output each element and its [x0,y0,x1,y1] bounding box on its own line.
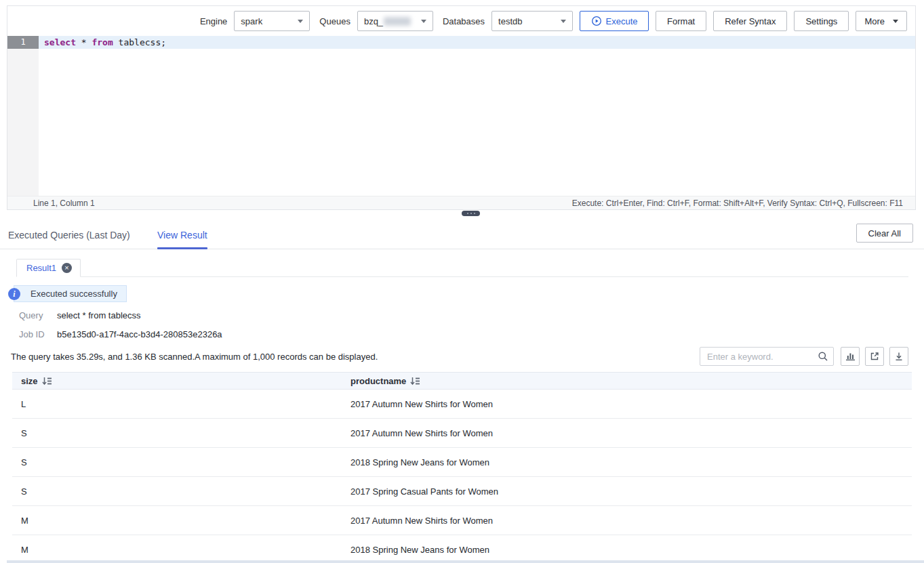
close-icon[interactable]: × [62,263,72,273]
line-number: 1 [7,36,39,49]
job-id-row: Job ID b5e135d0-a17f-4acc-b3d4-280853e23… [0,329,924,340]
results-tabbar: Executed Queries (Last Day) View Result … [0,224,924,249]
chart-view-button[interactable] [841,347,860,366]
sort-icon[interactable] [42,377,52,385]
job-id-value: b5e135d0-a17f-4acc-b3d4-280853e2326a [57,329,222,339]
result-table: size productname [12,372,912,563]
keyword-search [700,347,834,366]
databases-label: Databases [443,16,485,26]
more-button[interactable]: More [856,11,907,31]
status-text: Executed successfully [31,289,117,299]
job-id-label: Job ID [19,329,45,339]
queues-select[interactable]: bzq_ [357,11,433,31]
open-in-new-icon [869,351,880,362]
column-header-productname: productname [342,376,912,386]
chevron-down-icon [298,20,303,23]
result1-tab-label: Result1 [26,263,56,273]
query-value: select * from tablecss [57,310,141,320]
chevron-down-icon [893,20,898,23]
chevron-down-icon [561,20,566,23]
databases-select[interactable]: testdb [491,11,573,31]
code-area[interactable]: select * from tablecss; [39,36,915,196]
sort-icon[interactable] [410,377,420,385]
format-button[interactable]: Format [656,11,706,31]
code-line-1[interactable]: select * from tablecss; [39,36,915,49]
settings-button[interactable]: Settings [794,11,849,31]
table-row: M 2018 Spring New Jeans for Women [12,535,912,563]
sql-editor-page: Engine spark Queues bzq_ Databases testd… [0,0,924,563]
search-input[interactable] [700,347,834,366]
execute-button[interactable]: Execute [580,11,649,31]
code-editor[interactable]: 1 select * from tablecss; [7,36,915,196]
redacted-text [384,17,411,26]
query-label: Query [19,310,43,320]
table-row: S 2018 Spring New Jeans for Women [12,448,912,477]
table-row: S 2017 Autumn New Shirts for Women [12,419,912,448]
result1-tab[interactable]: Result1 × [16,259,81,277]
status-badge: i Executed successfully [14,285,127,302]
engine-label: Engine [200,16,227,26]
queues-label: Queues [319,16,350,26]
databases-value: testdb [498,16,522,26]
cursor-position: Line 1, Column 1 [33,199,95,208]
horizontal-scrollbar[interactable] [7,560,924,563]
tab-executed-queries[interactable]: Executed Queries (Last Day) [8,224,130,249]
editor-toolbar: Engine spark Queues bzq_ Databases testd… [7,6,915,36]
query-row: Query select * from tablecss [0,310,924,321]
download-icon [893,351,904,362]
editor-panel: Engine spark Queues bzq_ Databases testd… [7,5,916,210]
editor-statusbar: Line 1, Column 1 Execute: Ctrl+Enter, Fi… [7,196,915,209]
search-icon[interactable] [818,351,828,362]
result-subtabs: Result1 × [16,258,908,277]
table-row: L 2017 Autumn New Shirts for Women [12,390,912,419]
result-tools [700,347,908,366]
queues-value: bzq_ [364,16,411,26]
tab-view-result[interactable]: View Result [157,224,207,249]
column-header-size: size [12,376,342,386]
execute-label: Execute [606,16,638,26]
table-row: M 2017 Autumn New Shirts for Women [12,506,912,535]
query-summary: The query takes 35.29s, and 1.36 KB scan… [11,352,378,362]
line-number-gutter: 1 [7,36,39,196]
info-icon: i [8,288,20,300]
refer-syntax-button[interactable]: Refer Syntax [713,11,787,31]
download-button[interactable] [889,347,908,366]
table-row: S 2017 Spring Casual Pants for Women [12,477,912,506]
chevron-down-icon [421,20,426,23]
clear-all-button[interactable]: Clear All [856,224,913,243]
more-label: More [864,16,885,26]
open-in-new-button[interactable] [865,347,884,366]
bar-chart-icon [845,351,856,362]
table-header: size productname [12,372,912,390]
play-circle-icon [591,16,602,26]
engine-select[interactable]: spark [234,11,310,31]
resize-handle[interactable] [462,211,480,216]
engine-value: spark [241,16,262,26]
shortcut-hints: Execute: Ctrl+Enter, Find: Ctrl+F, Forma… [572,199,903,208]
